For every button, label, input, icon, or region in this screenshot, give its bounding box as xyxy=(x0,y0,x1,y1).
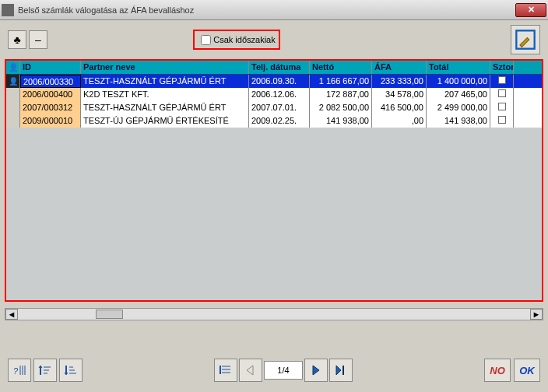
table-row[interactable]: 2009/000010TESZT-ÚJ GÉPJÁRMŰ ÉRTÉKESÍTÉ2… xyxy=(6,114,542,128)
checkbox-icon xyxy=(498,89,506,97)
scroll-thumb[interactable] xyxy=(96,310,123,319)
cell-afa: 34 578,00 xyxy=(372,88,427,101)
cell-id: 2009/000010 xyxy=(20,114,81,128)
cell-date: 2007.07.01. xyxy=(249,101,310,114)
cell-netto: 172 887,00 xyxy=(310,88,372,101)
header-afa[interactable]: ÁFA xyxy=(372,61,427,74)
table-row[interactable]: 2006/000330TESZT-HASZNÁLT GÉPJÁRMŰ ÉRT20… xyxy=(6,75,542,88)
footer: ? 1/4 NO OK xyxy=(0,355,548,386)
svg-marker-18 xyxy=(313,366,319,375)
ok-button[interactable]: OK xyxy=(514,359,540,382)
last-page-button[interactable] xyxy=(329,359,353,382)
period-only-label: Csak időszakiak xyxy=(213,35,275,44)
horizontal-scrollbar[interactable]: ◄ ► xyxy=(5,308,543,320)
page-indicator: 1/4 xyxy=(264,361,303,380)
cell-total: 1 400 000,00 xyxy=(427,75,490,88)
svg-text:?: ? xyxy=(13,366,19,376)
titlebar: Belső számlák válogatása az ÁFA bevallás… xyxy=(0,0,548,20)
sort-desc-button[interactable] xyxy=(59,359,83,382)
pager: 1/4 xyxy=(83,359,484,382)
cell-total: 207 465,00 xyxy=(427,88,490,101)
close-button[interactable]: ✕ xyxy=(515,3,546,17)
pencil-icon xyxy=(515,29,536,51)
minus-button[interactable]: – xyxy=(29,30,47,49)
cell-szt[interactable] xyxy=(490,101,514,114)
svg-marker-19 xyxy=(336,366,341,375)
invoice-grid: ID Partner neve Telj. dátuma Nettó ÁFA T… xyxy=(5,59,543,300)
cell-partner: TESZT-HASZNÁLT GÉPJÁRMŰ ÉRT xyxy=(81,75,249,88)
table-row[interactable]: 2007/000312TESZT-HASZNÁLT GÉPJÁRMŰ ÉRT20… xyxy=(6,101,542,114)
scroll-right-arrow[interactable]: ► xyxy=(530,309,543,320)
footer-right-buttons: NO OK xyxy=(484,359,540,382)
edit-button[interactable] xyxy=(511,25,540,54)
svg-marker-17 xyxy=(247,366,253,375)
cell-netto: 141 938,00 xyxy=(310,114,372,128)
cell-netto: 1 166 667,00 xyxy=(310,75,372,88)
help-button[interactable]: ? xyxy=(8,359,31,382)
prev-page-button[interactable] xyxy=(239,359,262,382)
cell-partner: K2D TESZT KFT. xyxy=(81,88,249,101)
sort-desc-icon xyxy=(64,363,78,377)
cell-date: 2009.02.25. xyxy=(249,114,310,128)
scroll-track[interactable] xyxy=(18,309,530,320)
row-icon xyxy=(6,101,20,114)
next-icon xyxy=(309,363,323,377)
header-netto[interactable]: Nettó xyxy=(310,61,372,74)
cell-total: 141 938,00 xyxy=(427,114,490,128)
toolbar: ♣ – Csak időszakiak xyxy=(0,20,548,59)
help-icon: ? xyxy=(12,363,26,377)
cell-szt[interactable] xyxy=(490,114,514,128)
period-only-checkbox[interactable] xyxy=(201,35,211,45)
grid-body: 2006/000330TESZT-HASZNÁLT GÉPJÁRMŰ ÉRT20… xyxy=(6,75,542,128)
row-icon xyxy=(6,75,20,88)
grid-header-row: ID Partner neve Telj. dátuma Nettó ÁFA T… xyxy=(6,61,542,75)
cell-date: 2006.09.30. xyxy=(249,75,310,88)
no-button[interactable]: NO xyxy=(484,359,511,382)
next-page-button[interactable] xyxy=(304,359,328,382)
sort-asc-icon xyxy=(38,363,52,377)
header-total[interactable]: Totál xyxy=(427,61,490,74)
person-icon xyxy=(9,76,18,86)
cell-szt[interactable] xyxy=(490,75,514,88)
header-id[interactable]: ID xyxy=(20,61,81,74)
checkbox-icon xyxy=(498,116,506,124)
sort-asc-button[interactable] xyxy=(33,359,57,382)
scroll-left-arrow[interactable]: ◄ xyxy=(5,309,18,320)
checkbox-icon xyxy=(498,103,506,110)
last-icon xyxy=(334,363,348,377)
cell-id: 2006/000330 xyxy=(20,75,81,88)
header-date[interactable]: Telj. dátuma xyxy=(249,61,310,74)
cell-id: 2006/000400 xyxy=(20,88,81,101)
header-icon-col[interactable] xyxy=(6,61,20,74)
cell-afa: ,00 xyxy=(372,114,427,128)
checkbox-icon xyxy=(498,76,506,84)
window-title: Belső számlák válogatása az ÁFA bevallás… xyxy=(18,5,515,15)
header-partner[interactable]: Partner neve xyxy=(81,61,249,74)
header-szt[interactable]: Sztor xyxy=(490,61,514,74)
row-icon xyxy=(6,88,20,101)
cell-afa: 233 333,00 xyxy=(372,75,427,88)
person-icon xyxy=(9,62,18,72)
row-icon xyxy=(6,114,20,128)
cell-partner: TESZT-HASZNÁLT GÉPJÁRMŰ ÉRT xyxy=(81,101,249,114)
first-page-button[interactable] xyxy=(214,359,237,382)
first-icon xyxy=(219,363,233,377)
cell-partner: TESZT-ÚJ GÉPJÁRMŰ ÉRTÉKESÍTÉ xyxy=(81,114,249,128)
prev-icon xyxy=(244,363,258,377)
cell-afa: 416 500,00 xyxy=(372,101,427,114)
cell-szt[interactable] xyxy=(490,88,514,101)
cell-date: 2006.12.06. xyxy=(249,88,310,101)
app-icon xyxy=(2,4,14,16)
period-only-checkbox-wrap: Csak időszakiak xyxy=(193,30,280,50)
cell-total: 2 499 000,00 xyxy=(427,101,490,114)
footer-left-buttons: ? xyxy=(8,359,83,382)
cell-id: 2007/000312 xyxy=(20,101,81,114)
cell-netto: 2 082 500,00 xyxy=(310,101,372,114)
table-row[interactable]: 2006/000400K2D TESZT KFT.2006.12.06.172 … xyxy=(6,88,542,101)
club-button[interactable]: ♣ xyxy=(8,30,26,49)
highlight-underline xyxy=(5,300,543,302)
